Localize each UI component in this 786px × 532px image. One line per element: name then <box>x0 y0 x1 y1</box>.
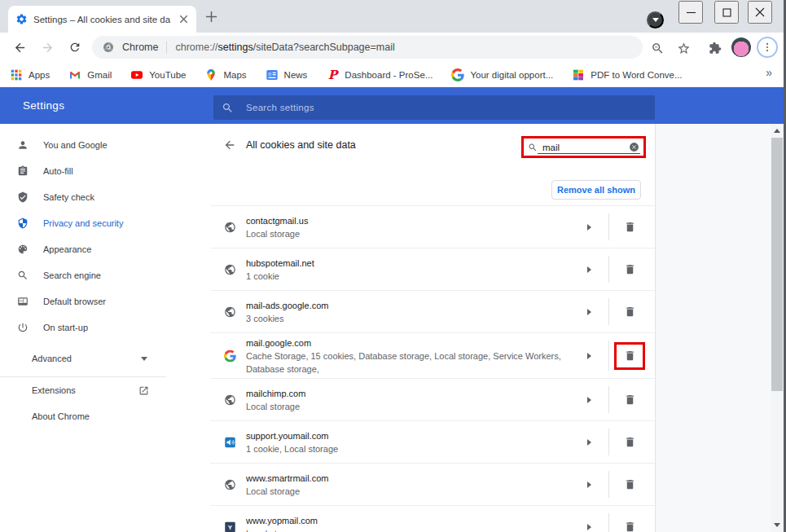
expand-chevron-icon[interactable] <box>587 353 591 359</box>
browser-tab[interactable]: Settings – All cookies and site da <box>8 6 196 33</box>
sidebar-item[interactable]: Privacy and security <box>0 210 210 236</box>
window-close-button[interactable] <box>748 1 772 24</box>
delete-site-icon[interactable] <box>617 216 643 239</box>
globe-icon <box>224 263 236 275</box>
bookmark-item[interactable]: PDF to Word Conve... <box>572 68 682 81</box>
tab-title: Settings – All cookies and site da <box>33 15 173 24</box>
scrollbar-up-icon[interactable] <box>774 129 780 133</box>
sidebar-item-label: Default browser <box>43 297 106 306</box>
address-bar[interactable]: Chrome chrome://settings/siteData?search… <box>92 36 643 59</box>
site-row: hubspotemail.net 1 cookie <box>210 248 655 290</box>
pinterest-icon: P <box>326 68 339 81</box>
tab-search-caret-icon[interactable] <box>647 11 664 29</box>
back-icon[interactable] <box>10 37 29 57</box>
sidebar-item-about-chrome[interactable]: About Chrome <box>0 403 210 429</box>
sidebar-item-advanced[interactable]: Advanced <box>0 345 210 372</box>
profile-avatar[interactable] <box>731 37 751 57</box>
expand-chevron-icon[interactable] <box>587 266 591 273</box>
autofill-icon <box>17 165 29 177</box>
delete-site-icon[interactable] <box>617 345 643 367</box>
person-icon <box>17 139 29 151</box>
site-details: 1 cookie <box>246 270 314 283</box>
scrollbar-down-icon[interactable] <box>774 523 780 527</box>
sidebar-item-label: Safety check <box>43 192 94 202</box>
bookmark-item[interactable]: Maps <box>204 68 246 81</box>
rainbow-grid-icon <box>572 68 585 81</box>
expand-chevron-icon[interactable] <box>587 524 591 530</box>
globe-icon <box>224 306 236 318</box>
svg-text:Y: Y <box>228 524 233 531</box>
scrollbar-thumb[interactable] <box>771 138 783 391</box>
sidebar-item[interactable]: Safety check <box>0 184 210 210</box>
expand-chevron-icon[interactable] <box>587 439 591 446</box>
sidebar-item-label: On start-up <box>43 323 88 332</box>
delete-site-icon[interactable] <box>617 431 643 454</box>
sidebar-item[interactable]: Default browser <box>0 288 210 314</box>
bookmark-item[interactable]: News <box>266 68 308 81</box>
delete-site-icon[interactable] <box>617 258 643 281</box>
site-details: 3 cookies <box>246 312 329 325</box>
delete-site-icon[interactable] <box>617 301 643 323</box>
google-g-icon <box>451 68 464 81</box>
zoom-out-icon[interactable] <box>648 38 667 58</box>
site-details: Local storage <box>246 227 308 240</box>
sidebar-item[interactable]: Auto-fill <box>0 158 210 184</box>
bookmark-label: Maps <box>223 70 246 80</box>
expand-chevron-icon[interactable] <box>587 397 591 403</box>
window-maximize-button[interactable] <box>714 1 739 24</box>
tab-close-icon[interactable] <box>178 14 189 24</box>
site-row: support.youmail.com 1 cookie, Local stor… <box>210 420 655 463</box>
search-icon <box>222 102 234 114</box>
safety-check-icon <box>17 191 29 203</box>
browser-menu-icon[interactable] <box>757 37 778 58</box>
delete-site-icon[interactable] <box>617 389 643 411</box>
omnibox-divider <box>166 42 167 54</box>
bookmark-item[interactable]: Gmail <box>68 68 112 81</box>
bookmark-item[interactable]: Your digital opport... <box>451 68 553 81</box>
sidebar-item[interactable]: Search engine <box>0 262 210 288</box>
expand-chevron-icon[interactable] <box>587 224 591 231</box>
privacy-shield-icon <box>17 218 29 229</box>
expand-chevron-icon[interactable] <box>587 309 591 315</box>
window-minimize-button[interactable] <box>678 1 703 24</box>
site-domain: www.smartrmail.com <box>246 472 328 485</box>
site-domain: mail.google.com <box>246 336 582 350</box>
clear-search-icon[interactable] <box>629 142 639 152</box>
delete-site-icon[interactable] <box>617 516 643 532</box>
reload-icon[interactable] <box>65 37 85 57</box>
bookmark-item[interactable]: P Dashboard - ProSe... <box>326 68 433 81</box>
sidebar-item[interactable]: On start-up <box>0 314 210 341</box>
remove-all-shown-button[interactable]: Remove all shown <box>551 180 641 200</box>
expand-chevron-icon[interactable] <box>587 481 591 488</box>
site-domain: www.yopmail.com <box>246 514 318 527</box>
sidebar-item[interactable]: Appearance <box>0 236 210 262</box>
bookmark-item[interactable]: Apps <box>10 68 50 81</box>
sidebar-item-extensions[interactable]: Extensions <box>0 377 210 403</box>
bookmark-item[interactable]: YouTube <box>130 68 186 81</box>
back-arrow-icon[interactable] <box>223 138 236 152</box>
sidebar-item[interactable]: You and Google <box>0 132 210 158</box>
bookmarks-overflow-chevron-icon[interactable]: » <box>766 66 772 79</box>
site-details: Local storage <box>246 400 305 413</box>
new-tab-button[interactable] <box>204 10 218 24</box>
page-scrollbar[interactable] <box>771 124 784 532</box>
bookmark-label: News <box>284 70 308 80</box>
row-divider <box>608 256 609 283</box>
bookmark-star-icon[interactable] <box>674 38 693 58</box>
delete-site-icon[interactable] <box>617 473 643 496</box>
browser-toolbar: Chrome chrome://settings/siteData?search… <box>0 33 786 62</box>
site-details: Cache Storage, 15 cookies, Database stor… <box>246 350 582 376</box>
site-search-input[interactable]: mail <box>542 143 629 152</box>
sidebar-item-label: You and Google <box>43 140 108 150</box>
settings-title: Settings <box>23 87 64 124</box>
apps-grid-icon <box>10 68 23 81</box>
search-icon <box>528 143 538 152</box>
extensions-puzzle-icon[interactable] <box>705 38 725 58</box>
site-search-annotation-box: mail <box>521 136 646 158</box>
site-domain: support.youmail.com <box>246 429 338 442</box>
chevron-down-icon <box>141 357 147 361</box>
site-row: mailchimp.com Local storage <box>210 378 655 420</box>
settings-search-box[interactable]: Search settings <box>213 95 655 120</box>
bookmark-label: PDF to Word Conve... <box>591 70 682 80</box>
site-row: Y www.yopmail.com Local storage <box>210 505 655 532</box>
